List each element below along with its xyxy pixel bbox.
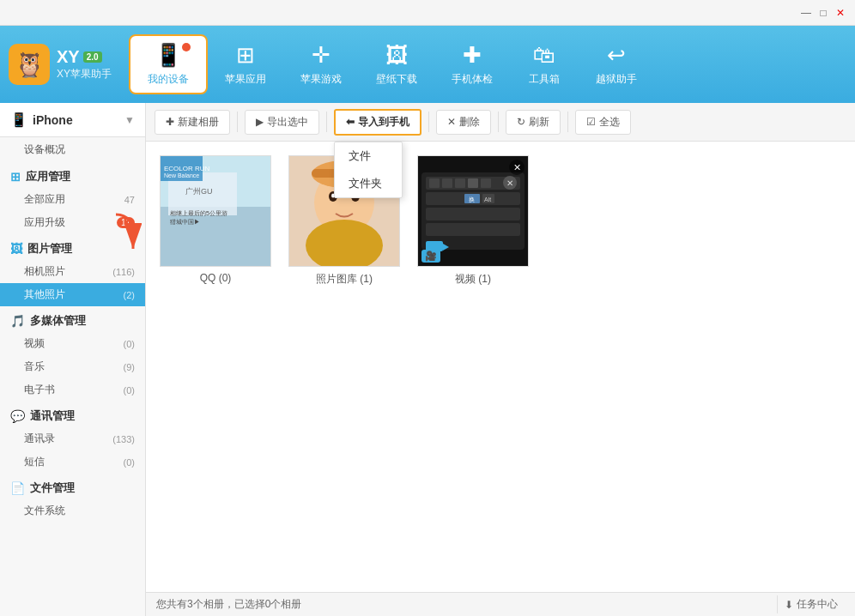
svg-rect-28 (468, 178, 478, 188)
svg-text:相继上最后的5公里游: 相继上最后的5公里游 (170, 210, 227, 216)
svg-text:Alt: Alt (484, 196, 491, 202)
svg-rect-29 (481, 178, 491, 188)
sidebar-item-device-overview[interactable]: 设备概况 (0, 137, 145, 162)
sidebar-section-apps[interactable]: ⊞ 应用管理 (0, 162, 145, 188)
sms-count: (0) (124, 457, 135, 468)
delete-icon: ✕ (447, 116, 456, 128)
apps-section-label: 应用管理 (26, 169, 70, 184)
new-album-button[interactable]: ✚ 新建相册 (155, 110, 230, 135)
music-label: 音乐 (24, 359, 45, 374)
nav-jailbreak-icon: ↩ (607, 42, 626, 69)
sidebar-section-photos[interactable]: 🖼 图片管理 (0, 234, 145, 260)
logo-icon: 🦉 (9, 44, 50, 85)
sidebar-item-sms[interactable]: 短信 (0) (0, 450, 145, 474)
export-selected-button[interactable]: ▶ 导出选中 (245, 110, 319, 135)
sidebar-item-filesystem[interactable]: 文件系统 (0, 499, 145, 522)
nav-tools-label: 工具箱 (529, 72, 560, 87)
export-label: 导出选中 (267, 115, 308, 130)
nav-checkup[interactable]: ✚ 手机体检 (434, 34, 510, 94)
sidebar-item-all-apps[interactable]: 全部应用 47 (0, 188, 145, 211)
task-center-button[interactable]: ⬇ 任务中心 (777, 595, 845, 613)
all-apps-count: 47 (124, 195, 135, 205)
comm-section-icon: 💬 (10, 409, 25, 423)
qq-label: QQ (0) (200, 272, 232, 284)
sidebar-item-contacts[interactable]: 通讯录 (133) (0, 427, 145, 450)
nav-checkup-label: 手机体检 (452, 72, 493, 87)
maximize-button[interactable]: □ (816, 5, 831, 21)
select-all-button[interactable]: ☑ 全选 (575, 110, 631, 135)
sidebar-item-other-photos[interactable]: 其他照片 (2) (0, 283, 145, 306)
new-album-label: 新建相册 (178, 115, 219, 130)
nav-my-device-label: 我的设备 (148, 72, 189, 87)
sidebar-section-comm[interactable]: 💬 通讯管理 (0, 402, 145, 427)
video-cam-icon: 🎥 (421, 250, 440, 263)
nav-wallpaper-icon: 🖼 (385, 42, 408, 69)
dropdown-file-item[interactable]: 文件 (335, 142, 402, 170)
logo-xy: XY (57, 47, 80, 67)
device-phone-icon: 📱 (10, 112, 27, 128)
sidebar-section-files[interactable]: 📄 文件管理 (0, 474, 145, 499)
export-icon: ▶ (256, 116, 264, 128)
sidebar: 📱 iPhone ▼ 设备概况 ⊞ 应用管理 全部应用 47 应用升级 11 🖼… (0, 103, 146, 616)
select-all-icon: ☑ (586, 116, 596, 128)
nav-tools-icon: 🛍 (533, 42, 555, 69)
main-layout: 📱 iPhone ▼ 设备概况 ⊞ 应用管理 全部应用 47 应用升级 11 🖼… (0, 103, 855, 616)
import-dropdown-container: ⬅ 导入到手机 文件 文件夹 (334, 109, 421, 136)
files-section-icon: 📄 (10, 481, 25, 495)
app-upgrade-badge: 11 (117, 217, 135, 228)
nav-jailbreak[interactable]: ↩ 越狱助手 (579, 34, 654, 94)
nav-checkup-icon: ✚ (463, 42, 482, 69)
music-count: (9) (124, 362, 135, 372)
toolbar-divider-3 (428, 112, 429, 132)
nav-wallpaper[interactable]: 🖼 壁纸下载 (359, 34, 434, 94)
sidebar-item-ebook[interactable]: 电子书 (0) (0, 378, 145, 402)
nav-apps[interactable]: ⊞ 苹果应用 (208, 34, 283, 94)
svg-rect-26 (442, 178, 452, 188)
nav-wallpaper-label: 壁纸下载 (376, 72, 417, 87)
sidebar-device[interactable]: 📱 iPhone ▼ (0, 103, 145, 137)
delete-button[interactable]: ✕ 删除 (436, 110, 491, 135)
nav-my-device[interactable]: 📱 我的设备 (129, 34, 208, 94)
nav-jailbreak-label: 越狱助手 (596, 72, 637, 87)
camera-roll-label: 相机照片 (24, 264, 65, 279)
other-photos-count: (2) (124, 290, 135, 300)
sidebar-item-music[interactable]: 音乐 (9) (0, 355, 145, 378)
video-count: (0) (124, 339, 135, 349)
nav-games[interactable]: ✛ 苹果游戏 (283, 34, 359, 94)
video-close-btn[interactable]: ✕ (509, 160, 525, 175)
delete-label: 删除 (459, 115, 480, 130)
content-area: ✚ 新建相册 ▶ 导出选中 ⬅ 导入到手机 文件 文件夹 (146, 103, 855, 616)
photos-section-icon: 🖼 (10, 242, 22, 256)
import-label: 导入到手机 (358, 115, 409, 130)
sidebar-item-camera-roll[interactable]: 相机照片 (116) (0, 260, 145, 283)
other-photos-label: 其他照片 (24, 287, 65, 302)
gallery-folder-qq[interactable]: 广州GU 相继上最后的5公里游 猎城中国▶ ECOLOR RUN New Bal… (160, 155, 271, 287)
svg-rect-23 (426, 208, 520, 220)
sidebar-section-media[interactable]: 🎵 多媒体管理 (0, 306, 145, 332)
toolbar: ✚ 新建相册 ▶ 导出选中 ⬅ 导入到手机 文件 文件夹 (146, 103, 855, 142)
svg-text:广州GU: 广州GU (185, 187, 213, 196)
minimize-button[interactable]: — (798, 5, 814, 21)
sidebar-item-video[interactable]: 视频 (0) (0, 332, 145, 355)
photos-section-label: 图片管理 (27, 241, 72, 257)
camera-roll-count: (116) (112, 267, 135, 277)
dropdown-folder-item[interactable]: 文件夹 (335, 170, 402, 197)
title-bar: — □ ✕ (0, 0, 855, 26)
svg-text:ECOLOR RUN: ECOLOR RUN (164, 165, 210, 172)
refresh-button[interactable]: ↻ 刷新 (506, 110, 561, 135)
ebook-label: 电子书 (24, 383, 55, 397)
new-album-icon: ✚ (166, 116, 174, 128)
sidebar-item-app-upgrade[interactable]: 应用升级 11 (0, 211, 145, 234)
apps-section-icon: ⊞ (10, 170, 21, 184)
import-to-phone-button[interactable]: ⬅ 导入到手机 (334, 109, 421, 136)
app-upgrade-label: 应用升级 (24, 215, 65, 230)
refresh-icon: ↻ (517, 116, 525, 128)
nav-tools[interactable]: 🛍 工具箱 (510, 34, 579, 94)
sidebar-device-left: 📱 iPhone (10, 112, 73, 128)
gallery-folder-video[interactable]: 换 Alt ✕ ✕ 🎥 (417, 155, 529, 287)
ebook-count: (0) (124, 385, 135, 396)
nav-apps-icon: ⊞ (236, 42, 255, 69)
comm-section-label: 通讯管理 (30, 408, 75, 424)
close-button[interactable]: ✕ (833, 5, 848, 21)
filesystem-label: 文件系统 (24, 504, 65, 518)
